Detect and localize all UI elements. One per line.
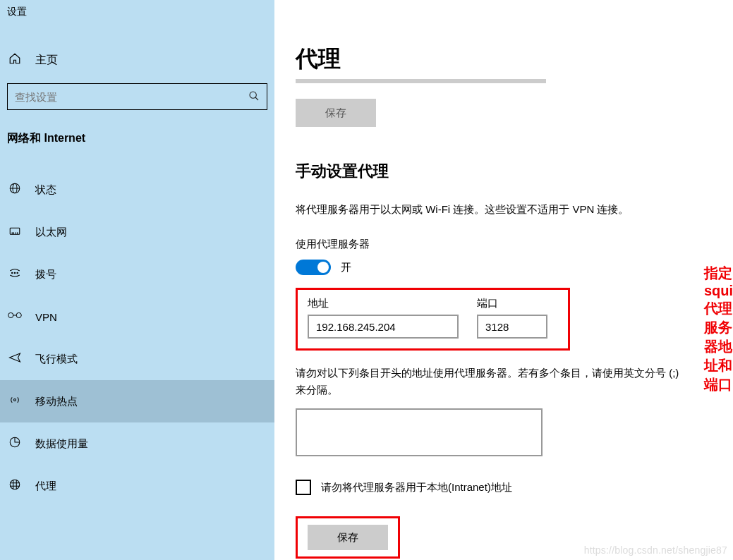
- save-button-top[interactable]: 保存: [296, 99, 376, 127]
- port-field-col: 端口: [477, 297, 547, 339]
- sidebar-item-data-usage[interactable]: 数据使用量: [0, 422, 274, 465]
- sidebar-item-vpn[interactable]: VPN: [0, 296, 274, 338]
- proxy-toggle[interactable]: [296, 260, 331, 275]
- intranet-checkbox-label: 请勿将代理服务器用于本地(Intranet)地址: [321, 481, 512, 494]
- divider: [296, 79, 546, 83]
- save-button-highlight: 保存: [296, 516, 400, 559]
- save-button-bottom[interactable]: 保存: [308, 525, 388, 550]
- toggle-row: 开: [296, 260, 712, 275]
- sidebar-item-label: 拨号: [35, 268, 56, 281]
- bypass-desc: 请勿对以下列条目开头的地址使用代理服务器。若有多个条目，请使用英文分号 (;) …: [296, 365, 691, 398]
- svg-point-18: [10, 480, 20, 489]
- sidebar-item-airplane[interactable]: 飞行模式: [0, 338, 274, 380]
- home-icon: [7, 52, 23, 68]
- annotation-text: 指定squid代理服务器地址和端口: [704, 264, 733, 394]
- svg-point-0: [250, 92, 256, 98]
- nav-list: 状态 以太网 拨号 VPN 飞行模式: [0, 169, 274, 507]
- sidebar-item-proxy[interactable]: 代理: [0, 465, 274, 507]
- svg-point-12: [17, 272, 18, 274]
- page-title: 代理: [296, 44, 712, 75]
- sidebar-item-ethernet[interactable]: 以太网: [0, 211, 274, 253]
- sidebar-item-label: 飞行模式: [35, 353, 78, 366]
- checkbox-row: 请勿将代理服务器用于本地(Intranet)地址: [296, 480, 712, 495]
- proxy-icon: [7, 478, 23, 494]
- svg-point-11: [14, 272, 16, 274]
- bypass-input[interactable]: [296, 408, 543, 456]
- ethernet-icon: [7, 224, 23, 241]
- toggle-knob: [317, 262, 329, 273]
- sidebar-item-label: 移动热点: [35, 395, 78, 408]
- toggle-state: 开: [341, 261, 351, 274]
- sidebar-item-label: 数据使用量: [35, 437, 88, 451]
- address-field-col: 地址: [308, 297, 459, 339]
- main-content: 代理 保存 手动设置代理 将代理服务器用于以太网或 Wi-Fi 连接。这些设置不…: [274, 0, 733, 560]
- watermark: https://blog.csdn.net/shengjie87: [584, 544, 727, 556]
- airplane-icon: [7, 351, 23, 367]
- home-item[interactable]: 主页: [0, 44, 274, 76]
- sidebar: 设置 主页 网络和 Internet 状态 以太网: [0, 0, 274, 560]
- svg-rect-5: [10, 228, 20, 234]
- address-port-box: 地址 端口: [296, 288, 570, 351]
- sidebar-item-label: 代理: [35, 480, 56, 493]
- search-icon: [248, 90, 260, 104]
- svg-point-14: [16, 312, 21, 317]
- manual-proxy-header: 手动设置代理: [296, 161, 712, 182]
- dialup-icon: [7, 267, 23, 283]
- settings-title: 设置: [0, 0, 274, 24]
- manual-proxy-desc: 将代理服务器用于以太网或 Wi-Fi 连接。这些设置不适用于 VPN 连接。: [296, 202, 712, 217]
- svg-point-16: [14, 398, 16, 401]
- sidebar-item-hotspot[interactable]: 移动热点: [0, 380, 274, 422]
- sidebar-item-label: VPN: [35, 311, 57, 323]
- svg-point-13: [8, 312, 13, 317]
- data-icon: [7, 436, 23, 452]
- vpn-icon: [7, 310, 23, 324]
- globe-icon: [7, 182, 23, 198]
- svg-line-1: [255, 97, 258, 100]
- section-header: 网络和 Internet: [0, 110, 274, 154]
- address-label: 地址: [308, 297, 459, 310]
- hotspot-icon: [7, 394, 23, 410]
- search-input[interactable]: [15, 91, 248, 103]
- search-box[interactable]: [7, 83, 267, 110]
- address-input[interactable]: [308, 315, 459, 339]
- svg-point-10: [12, 272, 13, 274]
- sidebar-item-label: 状态: [35, 183, 56, 197]
- port-input[interactable]: [477, 315, 547, 339]
- intranet-checkbox[interactable]: [296, 480, 311, 495]
- sidebar-item-status[interactable]: 状态: [0, 169, 274, 211]
- sidebar-item-dialup[interactable]: 拨号: [0, 253, 274, 296]
- sidebar-item-label: 以太网: [35, 226, 67, 239]
- home-label: 主页: [35, 53, 58, 68]
- port-label: 端口: [477, 297, 547, 310]
- use-proxy-label: 使用代理服务器: [296, 238, 712, 251]
